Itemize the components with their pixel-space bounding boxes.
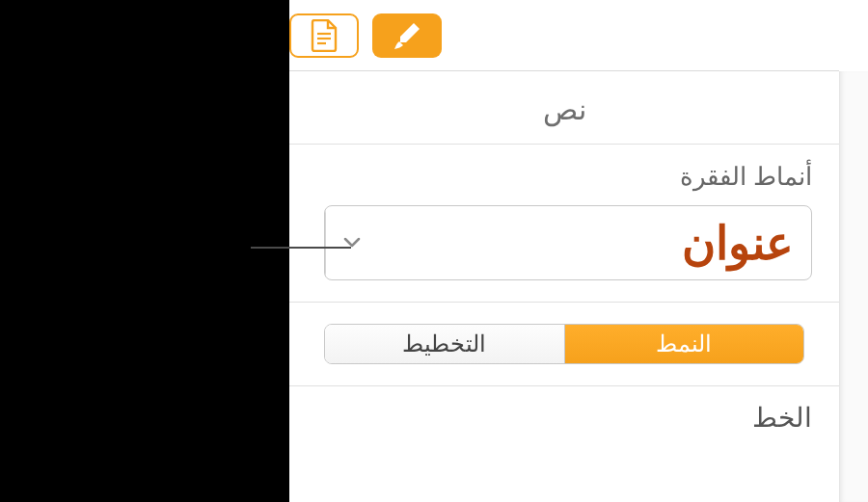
inspector-section-title: نص: [289, 71, 839, 145]
chevron-down-icon[interactable]: [325, 206, 377, 279]
format-tab-button[interactable]: [372, 13, 442, 58]
document-tab-button[interactable]: [289, 13, 359, 58]
paragraph-styles-label: أنماط الفقرة: [324, 162, 812, 192]
tab-layout[interactable]: التخطيط: [325, 325, 565, 363]
inspector-toolbar: [289, 0, 839, 71]
paragraph-styles-section: أنماط الفقرة عنوان: [289, 145, 839, 303]
document-icon: [311, 19, 338, 52]
paragraph-style-selected: عنوان: [377, 206, 811, 279]
text-tabs-segmented: النمط التخطيط: [324, 324, 804, 364]
format-inspector: نص أنماط الفقرة عنوان النمط التخطيط الخط: [289, 0, 839, 502]
paragraph-style-picker[interactable]: عنوان: [324, 205, 812, 280]
tab-style[interactable]: النمط: [565, 325, 804, 363]
brush-icon: [391, 19, 423, 52]
text-tabs-row: النمط التخطيط: [289, 303, 839, 386]
callout-line: [251, 247, 351, 249]
document-edge: [839, 71, 868, 502]
font-section-label: الخط: [289, 386, 839, 434]
